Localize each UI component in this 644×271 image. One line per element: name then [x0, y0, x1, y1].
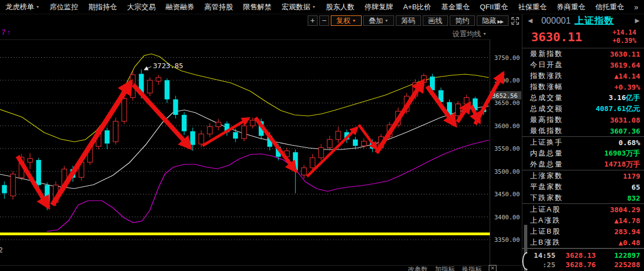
fullscreen-expand-icon[interactable] — [510, 16, 520, 25]
quote-label: 内盘总量 — [530, 148, 563, 158]
change-pct: +0.39% — [613, 37, 636, 45]
indicator-tools-row: 改参数加指标换指标✕ — [408, 265, 496, 271]
menu-item[interactable]: 限售解禁 — [243, 2, 271, 12]
menu-item[interactable]: 社保重仓 — [518, 2, 547, 12]
quote-label: 上A涨跌 — [530, 215, 561, 225]
quote-label: 下跌家数 — [530, 193, 563, 203]
quote-value: 16903万手 — [604, 148, 640, 158]
quote-label: 总成交额 — [530, 104, 563, 114]
menu-item[interactable]: 停牌复牌 — [364, 2, 393, 12]
quote-row: 指数涨跌▲14.14 — [522, 70, 644, 81]
tick-row: 14:553628.13122897 — [527, 251, 640, 260]
quote-label: 上证A股 — [530, 204, 561, 214]
zoom-out-button[interactable]: − — [319, 15, 329, 26]
quote-value: 3607.36 — [610, 127, 640, 135]
quote-label: 上证换手 — [530, 137, 563, 147]
fast-forward-icon: ▶▶ — [498, 19, 503, 24]
menu-item[interactable]: QFII重仓 — [480, 2, 508, 12]
quote-row: 总成交额4087.61亿元 — [522, 103, 644, 114]
price-block: 3630.11 +14.14 +0.39% — [522, 27, 644, 48]
chevron-down-icon: ▼ — [36, 5, 40, 9]
quote-value: +0.39% — [614, 83, 640, 91]
close-indicator-icon[interactable]: ✕ — [489, 265, 496, 271]
ma-settings-label: 设置均线 — [452, 30, 481, 38]
chart-toolbar: +−复权▼叠加▼筹码画线简约隐藏▶▶ — [0, 14, 522, 27]
quote-row: 最新指数3630.11 — [522, 48, 644, 59]
svg-text:3500.00: 3500.00 — [494, 168, 520, 175]
quote-row: 总成交量3.16亿手 — [522, 92, 644, 103]
svg-text:3600.00: 3600.00 — [494, 123, 520, 130]
svg-text:3550.00: 3550.00 — [494, 145, 520, 152]
menu-item[interactable]: 高管持股 — [204, 2, 233, 12]
quote-row: 上证A股3804.29 — [522, 204, 644, 215]
stock-name-link[interactable]: 上证指数 — [575, 14, 614, 27]
quote-row: 上证B股283.94 — [522, 226, 644, 237]
quote-value: 3630.11 — [610, 50, 640, 58]
quote-row: 今日开盘3619.64 — [522, 59, 644, 70]
zoom-in-button[interactable]: + — [308, 15, 318, 26]
kline-chart[interactable]: 3750.003700.003650.003600.003550.003500.… — [0, 27, 522, 271]
stock-code: 000001 — [541, 16, 570, 26]
quote-label: 最低指数 — [530, 126, 563, 136]
menu-more-chevron[interactable]: » — [634, 3, 638, 12]
quote-row: 平盘家数65 — [522, 181, 644, 192]
stock-app-window: { "menu": { "items": [ {"label":"龙虎榜单","… — [0, 0, 644, 271]
menu-item[interactable]: 龙虎榜单▼ — [6, 2, 40, 12]
quote-value: 4087.61亿元 — [596, 104, 640, 114]
chevron-down-icon: ▼ — [385, 19, 389, 23]
quote-row: 上A涨跌▲14.78 — [522, 215, 644, 226]
toolbar-button-筹码[interactable]: 筹码 — [396, 15, 421, 26]
quote-label: 上证B股 — [530, 226, 561, 236]
quote-value: 65 — [631, 183, 640, 191]
quote-rows: 最新指数3630.11今日开盘3619.64指数涨跌▲14.14指数涨幅+0.3… — [522, 48, 644, 248]
svg-text:3750.00: 3750.00 — [494, 54, 520, 62]
toolbar-button-叠加[interactable]: 叠加▼ — [363, 15, 394, 26]
top-menu-bar: 龙虎榜单▼席位监控期指持仓大宗交易融资融券高管持股限售解禁宏观数据▼股东人数停牌… — [0, 0, 644, 14]
quote-value: 0.68% — [619, 139, 640, 147]
svg-text:3650.00: 3650.00 — [494, 99, 520, 107]
menu-item[interactable]: 信托重仓 — [596, 2, 624, 12]
quote-label: 外盘总量 — [530, 159, 563, 169]
tick-row: :253628.76225288 — [527, 260, 640, 269]
last-price: 3630.11 — [531, 30, 582, 44]
quote-label: 指数涨幅 — [530, 82, 563, 92]
tool-link-换指标[interactable]: 换指标 — [462, 265, 482, 271]
menu-item[interactable]: 融资融券 — [166, 2, 194, 12]
quote-row: 最低指数3607.36 — [522, 125, 644, 137]
menu-item[interactable]: 券商重仓 — [557, 2, 586, 12]
next-stock-arrow[interactable]: ▶ — [635, 17, 640, 24]
menu-item[interactable]: 宏观数据▼ — [282, 2, 316, 12]
prev-stock-arrow[interactable]: ◀ — [528, 17, 532, 24]
menu-item[interactable]: 股东人数 — [326, 2, 354, 12]
toolbar-button-复权[interactable]: 复权▼ — [331, 15, 362, 26]
svg-text:3450.00: 3450.00 — [494, 191, 520, 198]
tick-list: 14:553628.13122897:253628.76225288 — [522, 248, 644, 271]
quote-value: 832 — [627, 194, 640, 202]
chart-pane: +−复权▼叠加▼筹码画线简约隐藏▶▶ 3750.003700.003650.00… — [0, 14, 522, 271]
panel-collapse-grip[interactable] — [522, 252, 527, 270]
quote-row: 外盘总量14718万手 — [522, 159, 644, 170]
tool-link-改参数[interactable]: 改参数 — [408, 265, 428, 271]
toolbar-button-画线[interactable]: 画线 — [423, 15, 448, 26]
menu-item[interactable]: A+B比价 — [403, 2, 431, 12]
tool-link-加指标[interactable]: 加指标 — [435, 265, 455, 271]
toolbar-button-简约[interactable]: 简约 — [450, 15, 475, 26]
quote-label: 最新指数 — [530, 49, 563, 59]
menu-item[interactable]: 基金重仓 — [441, 2, 470, 12]
quote-value: ▲14.14 — [614, 72, 640, 80]
quote-label: 平盘家数 — [530, 182, 563, 192]
quote-label: 指数涨跌 — [530, 71, 563, 81]
candlestick-chart-canvas[interactable]: 3750.003700.003650.003600.003550.003500.… — [0, 27, 522, 271]
change-abs: +14.14 — [613, 29, 636, 36]
quote-row: 上涨家数1179 — [522, 170, 644, 181]
menu-item[interactable]: 席位监控 — [50, 2, 78, 12]
ma-settings-button[interactable]: 设置均线▼ — [452, 29, 487, 39]
svg-text:3400.00: 3400.00 — [494, 214, 520, 221]
quote-value: 3.16亿手 — [609, 93, 640, 103]
quote-value: 3619.64 — [610, 61, 640, 69]
menu-item[interactable]: 期指持仓 — [88, 2, 117, 12]
clipped-label-fragment: 2 — [0, 246, 3, 254]
main-area: +−复权▼叠加▼筹码画线简约隐藏▶▶ 3750.003700.003650.00… — [0, 14, 644, 271]
toolbar-button-隐藏[interactable]: 隐藏▶▶ — [477, 15, 509, 26]
menu-item[interactable]: 大宗交易 — [127, 2, 156, 12]
